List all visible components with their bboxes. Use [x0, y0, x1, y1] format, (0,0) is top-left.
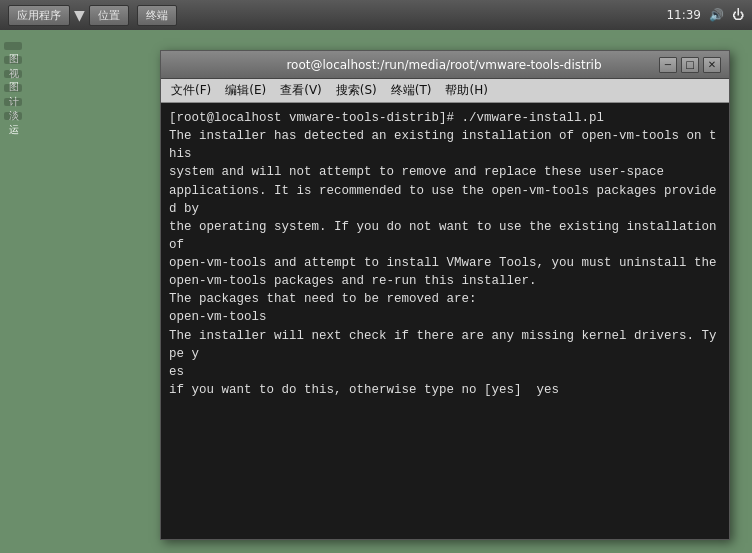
terminal-window: root@localhost:/run/media/root/vmware-to… — [160, 50, 730, 540]
desktop-icon-4[interactable]: 计 — [4, 84, 22, 92]
menu-search[interactable]: 搜索(S) — [330, 80, 383, 101]
terminal-menubar: 文件(F) 编辑(E) 查看(V) 搜索(S) 终端(T) 帮助(H) — [161, 79, 729, 103]
menu-file[interactable]: 文件(F) — [165, 80, 217, 101]
power-icon[interactable]: ⏻ — [732, 8, 744, 22]
desktop-icon-5[interactable]: 淡 — [4, 98, 22, 106]
time-display: 11:39 — [666, 8, 701, 22]
menu-view[interactable]: 查看(V) — [274, 80, 328, 101]
minimize-button[interactable]: − — [659, 57, 677, 73]
taskbar: 应用程序 ▼ 位置 终端 11:39 🔊 ⏻ — [0, 0, 752, 30]
terminal-taskbar-button[interactable]: 终端 — [137, 5, 177, 26]
menu-edit[interactable]: 编辑(E) — [219, 80, 272, 101]
places-menu-button[interactable]: 位置 — [89, 5, 129, 26]
menu-help[interactable]: 帮助(H) — [439, 80, 493, 101]
volume-icon[interactable]: 🔊 — [709, 8, 724, 22]
terminal-title: root@localhost:/run/media/root/vmware-to… — [229, 58, 659, 72]
desktop-icon-1[interactable]: 图 — [4, 42, 22, 50]
terminal-titlebar: root@localhost:/run/media/root/vmware-to… — [161, 51, 729, 79]
close-button[interactable]: ✕ — [703, 57, 721, 73]
menu-terminal[interactable]: 终端(T) — [385, 80, 438, 101]
taskbar-divider1: ▼ — [74, 7, 85, 23]
terminal-content-area[interactable]: [root@localhost vmware-tools-distrib]# .… — [161, 103, 729, 539]
taskbar-left: 应用程序 ▼ 位置 终端 — [8, 5, 177, 26]
desktop-icon-2[interactable]: 视 — [4, 56, 22, 64]
titlebar-controls: − □ ✕ — [659, 57, 721, 73]
desktop: 图 视 图 计 淡 运 root@localhost:/run/media/ro… — [0, 30, 752, 553]
maximize-button[interactable]: □ — [681, 57, 699, 73]
apps-menu-button[interactable]: 应用程序 — [8, 5, 70, 26]
taskbar-right: 11:39 🔊 ⏻ — [666, 8, 744, 22]
desktop-icons-area: 图 视 图 计 淡 运 — [0, 30, 26, 132]
desktop-icon-3[interactable]: 图 — [4, 70, 22, 78]
desktop-icon-6[interactable]: 运 — [4, 112, 22, 120]
